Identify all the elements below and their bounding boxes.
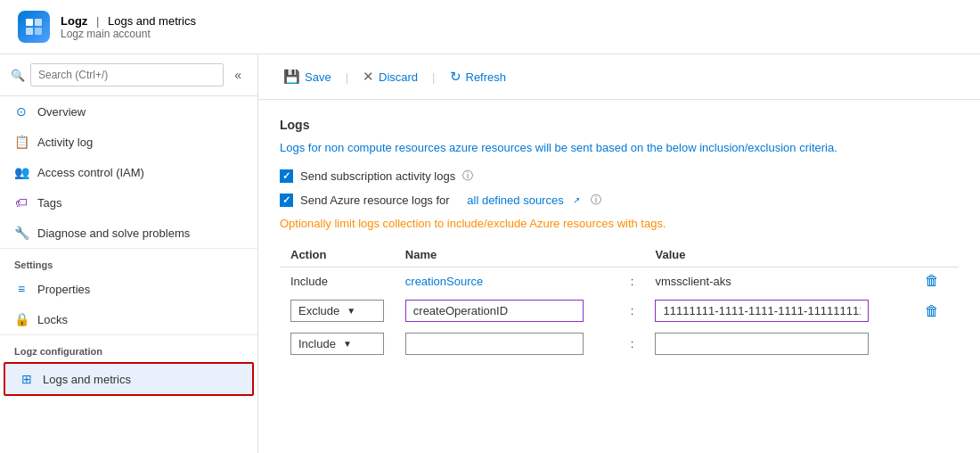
refresh-button[interactable]: ↻ Refresh bbox=[443, 65, 514, 88]
collapse-button[interactable]: « bbox=[229, 66, 247, 84]
sidebar-item-logs-metrics[interactable]: ⊞ Logs and metrics bbox=[5, 364, 252, 394]
row1-action: Include bbox=[280, 268, 395, 295]
chevron-down-icon: ▼ bbox=[347, 306, 355, 316]
row3-name bbox=[395, 327, 620, 360]
col-value: Value bbox=[644, 243, 910, 268]
row2-colon: : bbox=[620, 294, 645, 327]
row1-delete: 🗑 bbox=[911, 268, 959, 295]
external-link-icon: ↗ bbox=[573, 195, 580, 205]
sidebar-label-access-control: Access control (IAM) bbox=[37, 166, 144, 179]
optional-text: Optionally limit logs collection to incl… bbox=[280, 217, 959, 230]
checkbox-1-label: Send subscription activity logs bbox=[300, 169, 455, 183]
svg-rect-1 bbox=[35, 19, 42, 26]
diagnose-icon: 🔧 bbox=[14, 226, 29, 240]
svg-rect-3 bbox=[35, 28, 42, 35]
row1-name: creationSource bbox=[395, 268, 620, 295]
save-icon: 💾 bbox=[283, 69, 300, 85]
svg-rect-2 bbox=[26, 28, 33, 35]
sidebar-label-locks: Locks bbox=[37, 313, 68, 326]
row2-delete: 🗑 bbox=[911, 294, 959, 327]
search-icon: 🔍 bbox=[11, 69, 25, 82]
sidebar-label-tags: Tags bbox=[37, 196, 61, 210]
table-row: Exclude ▼ : 🗑 bbox=[280, 294, 959, 327]
row2-action-dropdown[interactable]: Exclude ▼ bbox=[290, 300, 384, 322]
col-action: Action bbox=[280, 243, 395, 268]
row3-value bbox=[644, 327, 910, 360]
lock-icon: 🔒 bbox=[14, 312, 29, 326]
discard-button[interactable]: ✕ Discard bbox=[355, 65, 425, 88]
app-logo bbox=[18, 11, 50, 43]
col-colon bbox=[620, 243, 645, 268]
sidebar-item-tags[interactable]: 🏷 Tags bbox=[0, 187, 257, 218]
sidebar: 🔍 « ⊙ Overview 📋 Activity log 👥 Access c… bbox=[0, 54, 258, 453]
logs-metrics-icon: ⊞ bbox=[20, 372, 34, 386]
checkbox-2[interactable]: ✓ bbox=[280, 194, 293, 207]
sidebar-item-properties[interactable]: ≡ Properties bbox=[0, 274, 257, 304]
row3-colon: : bbox=[620, 327, 645, 360]
tags-icon: 🏷 bbox=[14, 195, 29, 210]
toolbar: 💾 Save | ✕ Discard | ↻ Refresh bbox=[258, 54, 980, 100]
sidebar-item-locks[interactable]: 🔒 Locks bbox=[0, 304, 257, 334]
row2-name bbox=[395, 294, 620, 327]
row3-action-dropdown[interactable]: Include ▼ bbox=[290, 333, 384, 355]
refresh-icon: ↻ bbox=[450, 69, 461, 85]
save-button[interactable]: 💾 Save bbox=[276, 65, 339, 88]
main-layout: 🔍 « ⊙ Overview 📋 Activity log 👥 Access c… bbox=[0, 54, 980, 453]
activity-log-icon: 📋 bbox=[14, 135, 29, 149]
sidebar-item-activity-log[interactable]: 📋 Activity log bbox=[0, 127, 257, 157]
iam-icon: 👥 bbox=[14, 165, 29, 179]
header-text: Logz | Logs and metrics Logz main accoun… bbox=[61, 14, 196, 40]
checkbox-2-label-prefix: Send Azure resource logs for bbox=[300, 194, 450, 207]
header-subtitle: Logz main account bbox=[61, 28, 196, 40]
search-box: 🔍 « bbox=[0, 54, 257, 96]
discard-icon: ✕ bbox=[363, 69, 374, 85]
table-row: Include creationSource : vmssclient-aks … bbox=[280, 268, 959, 295]
row3-action: Include ▼ bbox=[280, 327, 395, 360]
col-name: Name bbox=[395, 243, 620, 268]
sidebar-label-overview: Overview bbox=[37, 105, 86, 119]
sidebar-item-access-control[interactable]: 👥 Access control (IAM) bbox=[0, 157, 257, 187]
row2-action: Exclude ▼ bbox=[280, 294, 395, 327]
logs-section-title: Logs bbox=[280, 118, 959, 132]
checkbox-1[interactable]: ✓ bbox=[280, 169, 293, 183]
sidebar-label-diagnose: Diagnose and solve problems bbox=[37, 226, 190, 240]
info-icon-2[interactable]: ⓘ bbox=[591, 193, 601, 208]
header-title: Logz | Logs and metrics bbox=[61, 14, 196, 28]
content-area: 💾 Save | ✕ Discard | ↻ Refresh Logs Logs… bbox=[258, 54, 980, 453]
row3-value-input[interactable] bbox=[655, 333, 869, 355]
col-delete bbox=[911, 243, 959, 268]
row2-name-input[interactable] bbox=[405, 300, 584, 322]
header: Logz | Logs and metrics Logz main accoun… bbox=[0, 0, 980, 54]
row1-name-link[interactable]: creationSource bbox=[405, 275, 483, 288]
checkbox-row-1: ✓ Send subscription activity logs ⓘ bbox=[280, 169, 959, 184]
sidebar-label-logs-metrics: Logs and metrics bbox=[43, 373, 131, 386]
row2-delete-icon[interactable]: 🗑 bbox=[921, 301, 943, 320]
row3-name-input[interactable] bbox=[405, 333, 584, 355]
svg-rect-0 bbox=[26, 19, 33, 26]
sidebar-label-activity-log: Activity log bbox=[37, 136, 93, 149]
sidebar-label-properties: Properties bbox=[37, 283, 90, 296]
row2-value-input[interactable] bbox=[655, 300, 869, 322]
properties-icon: ≡ bbox=[14, 282, 29, 296]
info-icon-1[interactable]: ⓘ bbox=[462, 169, 473, 184]
row1-value: vmssclient-aks bbox=[644, 268, 910, 295]
row3-delete bbox=[911, 327, 959, 360]
row2-value bbox=[644, 294, 910, 327]
row1-delete-icon[interactable]: 🗑 bbox=[921, 271, 943, 290]
logz-config-section-label: Logz configuration bbox=[0, 334, 257, 360]
chevron-down-icon: ▼ bbox=[343, 339, 352, 349]
tag-table: Action Name Value Include creati bbox=[280, 243, 959, 360]
logs-description: Logs for non compute resources azure res… bbox=[280, 141, 959, 154]
checkbox-row-2: ✓ Send Azure resource logs for all defin… bbox=[280, 193, 959, 208]
checkbox-2-link[interactable]: all defined sources bbox=[467, 194, 563, 207]
overview-icon: ⊙ bbox=[14, 104, 29, 119]
sidebar-item-diagnose[interactable]: 🔧 Diagnose and solve problems bbox=[0, 218, 257, 248]
content-body: Logs Logs for non compute resources azur… bbox=[258, 100, 980, 378]
row1-colon: : bbox=[620, 268, 645, 295]
table-row: Include ▼ : bbox=[280, 327, 959, 360]
search-input[interactable] bbox=[30, 63, 224, 86]
settings-section-label: Settings bbox=[0, 248, 257, 274]
sidebar-item-overview[interactable]: ⊙ Overview bbox=[0, 96, 257, 127]
